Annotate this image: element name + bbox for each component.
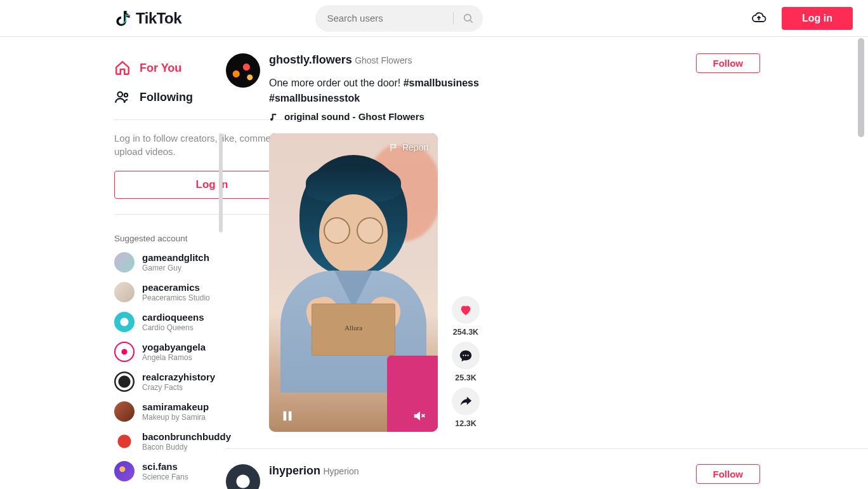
nav-following[interactable]: Following — [114, 83, 226, 112]
brand-logo[interactable]: TikTok — [114, 10, 181, 27]
svg-rect-4 — [284, 412, 287, 421]
share-button[interactable] — [452, 387, 480, 415]
brand-text: TikTok — [136, 10, 181, 27]
account-subtitle: Makeup by Samira — [142, 413, 209, 422]
suggested-account[interactable]: sci.fansScience Fans — [114, 461, 226, 481]
video-player[interactable]: Allura Report — [269, 133, 438, 432]
heart-icon — [459, 303, 473, 317]
suggested-account[interactable]: cardioqueensCardio Queens — [114, 312, 226, 332]
suggested-account[interactable]: gameandglitchGamer Guy — [114, 252, 226, 272]
page-scrollbar[interactable] — [858, 38, 864, 137]
account-avatar — [114, 282, 135, 302]
like-button[interactable] — [452, 296, 480, 324]
home-icon — [114, 60, 131, 76]
account-avatar — [114, 372, 135, 392]
account-avatar — [114, 401, 135, 422]
pause-icon[interactable] — [280, 409, 294, 423]
nav-for-you[interactable]: For You — [114, 53, 226, 83]
account-subtitle: Science Fans — [142, 472, 188, 481]
suggested-account[interactable]: peaceramicsPeaceramics Studio — [114, 282, 226, 302]
feed-post: ghostly.flowers Ghost Flowers Follow One… — [226, 53, 868, 449]
svg-point-7 — [465, 354, 466, 356]
account-avatar — [114, 461, 135, 481]
sidebar-scrollbar[interactable] — [219, 133, 223, 232]
sound-name: original sound - Ghost Flowers — [284, 111, 424, 122]
suggested-heading: Suggested account — [114, 234, 226, 243]
account-username: peaceramics — [142, 282, 210, 293]
post-caption: One more order out the door! #smallbusin… — [269, 76, 548, 106]
envelope-text: Allura — [345, 324, 362, 332]
follow-button[interactable]: Follow — [696, 464, 761, 484]
suggested-list: gameandglitchGamer GuypeaceramicsPeacera… — [114, 252, 226, 481]
music-note-icon — [269, 112, 279, 122]
account-subtitle: Cardio Queens — [142, 323, 204, 332]
suggested-account[interactable]: baconbrunchbuddyBacon Buddy — [114, 431, 226, 452]
post-caption: #pov #dronevideo #desert — [269, 486, 548, 489]
feed: ghostly.flowers Ghost Flowers Follow One… — [226, 37, 868, 489]
suggested-account[interactable]: samiramakeupMakeup by Samira — [114, 401, 226, 422]
account-subtitle: Angela Ramos — [142, 353, 206, 362]
share-arrow-icon — [459, 394, 473, 408]
account-subtitle: Peaceramics Studio — [142, 293, 210, 302]
suggested-account[interactable]: realcrazyhistoryCrazy Facts — [114, 372, 226, 392]
follow-button[interactable]: Follow — [696, 53, 761, 73]
search-input[interactable] — [315, 5, 483, 32]
author-avatar[interactable] — [226, 464, 260, 489]
account-username: samiramakeup — [142, 401, 209, 413]
suggested-account[interactable]: yogabyangelaAngela Ramos — [114, 342, 226, 362]
search-container — [315, 5, 483, 32]
action-rail: 254.3K 25.3K 12.3K — [452, 296, 480, 432]
flag-icon — [389, 143, 398, 152]
mute-icon[interactable] — [412, 409, 426, 423]
account-username: baconbrunchbuddy — [142, 431, 231, 443]
top-header: TikTok Log in — [0, 0, 868, 37]
share-count: 12.3K — [455, 419, 476, 428]
author-displayname: Ghost Flowers — [355, 55, 412, 65]
like-count: 254.3K — [453, 328, 478, 337]
comment-icon — [459, 349, 473, 363]
account-subtitle: Gamer Guy — [142, 264, 209, 272]
account-avatar — [114, 312, 135, 332]
svg-point-3 — [124, 93, 128, 97]
author-username[interactable]: ghostly.flowers — [269, 53, 352, 66]
tiktok-note-icon — [114, 10, 132, 27]
account-username: cardioqueens — [142, 312, 204, 323]
account-username: yogabyangela — [142, 342, 206, 353]
author-displayname: Hyperion — [323, 466, 358, 476]
comment-count: 25.3K — [455, 373, 476, 382]
svg-point-6 — [463, 354, 464, 356]
account-username: gameandglitch — [142, 252, 209, 264]
svg-line-1 — [470, 20, 473, 23]
account-username: realcrazyhistory — [142, 372, 215, 383]
sound-row[interactable]: original sound - Ghost Flowers — [269, 111, 760, 122]
account-username: sci.fans — [142, 461, 188, 472]
header-actions: Log in — [751, 7, 853, 30]
author-username[interactable]: ihyperion — [269, 464, 320, 477]
svg-point-2 — [117, 92, 122, 97]
account-subtitle: Bacon Buddy — [142, 443, 231, 452]
comment-button[interactable] — [452, 342, 480, 370]
feed-post: ihyperion Hyperion Follow #pov #dronevid… — [226, 464, 868, 489]
people-icon — [114, 89, 131, 105]
svg-point-8 — [468, 354, 469, 356]
svg-point-0 — [464, 14, 471, 21]
account-avatar — [114, 252, 135, 272]
search-icon[interactable] — [463, 13, 474, 24]
report-button[interactable]: Report — [389, 142, 429, 152]
search-divider — [453, 12, 454, 25]
nav-label: For You — [140, 62, 181, 75]
left-sidebar: For You Following Log in to follow creat… — [0, 37, 226, 489]
author-avatar[interactable] — [226, 53, 260, 88]
header-login-button[interactable]: Log in — [782, 7, 853, 30]
svg-rect-5 — [289, 412, 292, 421]
upload-icon[interactable] — [751, 11, 766, 26]
account-avatar — [114, 342, 135, 362]
account-subtitle: Crazy Facts — [142, 383, 215, 392]
account-avatar — [114, 431, 135, 452]
nav-label: Following — [140, 91, 193, 104]
